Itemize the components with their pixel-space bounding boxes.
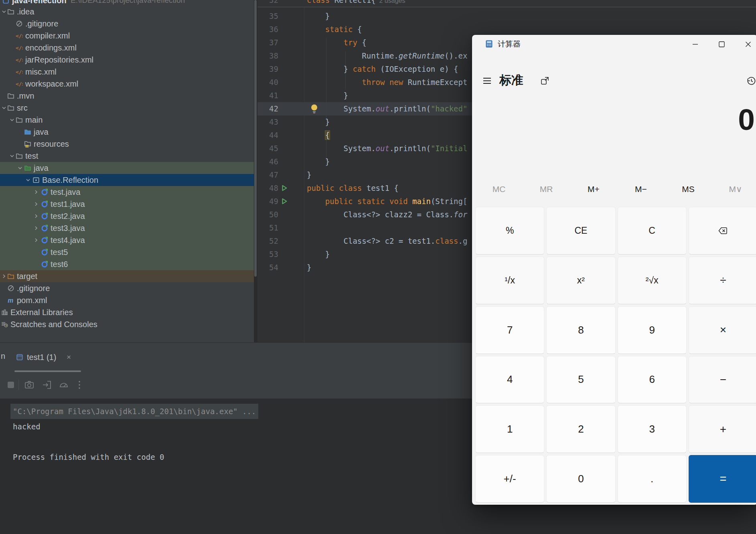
key-backspace[interactable] (689, 207, 756, 255)
key-percent[interactable]: % (475, 207, 544, 255)
code-text: public static void main(String[ (307, 195, 467, 208)
tab-close-icon[interactable]: × (67, 350, 71, 364)
tree-item-misc-xml[interactable]: </>misc.xml (0, 66, 254, 78)
history-icon[interactable] (746, 76, 756, 86)
key-divide[interactable]: ÷ (689, 257, 756, 304)
calculator-titlebar[interactable]: 计算器 (472, 35, 756, 53)
more-options-icon[interactable] (75, 380, 83, 390)
stop-icon[interactable] (6, 380, 16, 390)
tree-item-java[interactable]: java (0, 126, 254, 138)
key-equals[interactable]: = (689, 455, 756, 503)
line-number: 36 (257, 23, 278, 36)
tree-item--mvn[interactable]: .mvn (0, 90, 254, 102)
tree-item--idea[interactable]: .idea (0, 6, 254, 18)
chevron-down-icon[interactable] (25, 177, 31, 183)
key-seven[interactable]: 7 (475, 306, 544, 354)
memory-button-mr[interactable]: MR (523, 181, 570, 198)
key-subtract[interactable]: − (689, 356, 756, 404)
tree-item-java[interactable]: java (0, 162, 254, 174)
tree-item-test5[interactable]: test5 (0, 246, 254, 258)
tree-item-test-java[interactable]: test.java (0, 186, 254, 198)
tree-item-label: test1.java (51, 198, 85, 210)
key-square[interactable]: x² (546, 257, 615, 304)
chevron-right-icon[interactable] (33, 189, 39, 195)
tree-item-jarrepositories-xml[interactable]: </>jarRepositories.xml (0, 54, 254, 66)
key-square-root[interactable]: ²√x (618, 257, 687, 304)
tree-item-label: .gitignore (25, 18, 58, 30)
key-zero[interactable]: 0 (546, 455, 615, 503)
key-add[interactable]: + (689, 405, 756, 453)
minimize-button[interactable] (691, 40, 699, 49)
memory-button-m[interactable]: M− (617, 181, 665, 198)
import-icon[interactable] (42, 380, 52, 390)
tree-item--gitignore[interactable]: .gitignore (0, 18, 254, 30)
key-negate[interactable]: +/- (475, 455, 544, 503)
tree-item-test[interactable]: test (0, 150, 254, 162)
key-five[interactable]: 5 (546, 356, 615, 404)
tree-item-target[interactable]: target (0, 270, 254, 282)
key-nine[interactable]: 9 (618, 306, 687, 354)
memory-button-mc[interactable]: MC (475, 181, 523, 198)
console-line: hacked (13, 419, 41, 434)
key-one[interactable]: 1 (475, 405, 544, 453)
tree-item-compiler-xml[interactable]: </>compiler.xml (0, 30, 254, 42)
maximize-button[interactable] (717, 40, 726, 49)
tree-item-pom-xml[interactable]: mpom.xml (0, 294, 254, 306)
key-two[interactable]: 2 (546, 405, 615, 453)
tree-item-scratches-and-consoles[interactable]: Scratches and Consoles (0, 318, 254, 330)
chevron-down-icon[interactable] (17, 165, 23, 171)
tree-item-label: java (34, 162, 49, 174)
tree-item-test1-java[interactable]: test1.java (0, 198, 254, 210)
key-reciprocal[interactable]: ¹/x (475, 257, 544, 304)
chevron-down-icon[interactable] (9, 153, 15, 159)
hamburger-menu-icon[interactable] (482, 75, 493, 86)
chevron-down-icon[interactable] (1, 105, 7, 111)
tree-item-test6[interactable]: test6 (0, 258, 254, 270)
key-three[interactable]: 3 (618, 405, 687, 453)
chevron-down-icon[interactable] (1, 8, 7, 15)
intention-bulb-icon[interactable] (310, 104, 319, 114)
key-clear[interactable]: C (618, 207, 687, 255)
chevron-right-icon[interactable] (33, 201, 39, 207)
tree-item-external-libraries[interactable]: External Libraries (0, 306, 254, 318)
key-decimal[interactable]: . (618, 455, 687, 503)
code-line-36[interactable]: 36 static { (257, 23, 756, 36)
run-class-icon[interactable] (281, 184, 288, 192)
run-main-icon[interactable] (281, 198, 288, 205)
code-line-35[interactable]: 35 } (257, 10, 756, 23)
key-multiply[interactable]: × (689, 306, 756, 354)
key-six[interactable]: 6 (618, 356, 687, 404)
chevron-down-icon[interactable] (9, 117, 15, 123)
tree-item-label: compiler.xml (25, 30, 70, 42)
line-number: 52 (257, 235, 278, 248)
chevron-right-icon[interactable] (1, 273, 7, 279)
tree-item--gitignore[interactable]: .gitignore (0, 282, 254, 294)
memory-button-m[interactable]: M+ (570, 181, 617, 198)
tree-item-test4-java[interactable]: test4.java (0, 234, 254, 246)
tree-item-label: test6 (51, 258, 68, 270)
memory-button-m[interactable]: M∨ (712, 181, 756, 198)
memory-button-ms[interactable]: MS (665, 181, 712, 198)
camera-icon[interactable] (24, 380, 34, 390)
tree-item-workspace-xml[interactable]: </>workspace.xml (0, 78, 254, 90)
tree-item-resources[interactable]: resources (0, 138, 254, 150)
chevron-right-icon[interactable] (33, 237, 39, 243)
keep-on-top-icon[interactable] (540, 76, 549, 85)
tree-item-test3-java[interactable]: test3.java (0, 222, 254, 234)
tree-item-base-reflection[interactable]: Base.Reflection (0, 174, 254, 186)
tree-item-test2-java[interactable]: test2.java (0, 210, 254, 222)
tree-item-encodings-xml[interactable]: </>encodings.xml (0, 42, 254, 54)
tree-item-label: test5 (51, 246, 68, 258)
scratches-icon (1, 321, 8, 328)
gauge-icon[interactable] (59, 380, 69, 390)
tree-item-src[interactable]: src (0, 102, 254, 114)
tree-item-main[interactable]: main (0, 114, 254, 126)
chevron-right-icon[interactable] (33, 213, 39, 219)
key-four[interactable]: 4 (475, 356, 544, 404)
key-eight[interactable]: 8 (546, 306, 615, 354)
key-clear-entry[interactable]: CE (546, 207, 615, 255)
close-button[interactable] (744, 40, 752, 49)
tree-item-label: test2.java (51, 210, 85, 222)
chevron-right-icon[interactable] (33, 225, 39, 231)
tree-scrollbar[interactable] (254, 0, 257, 277)
